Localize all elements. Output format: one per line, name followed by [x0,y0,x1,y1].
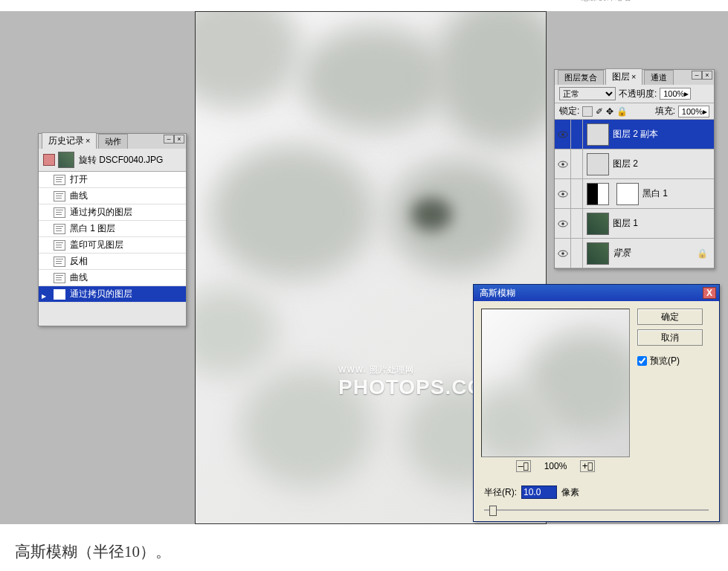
chevron-down-icon[interactable]: ▸ [684,88,689,99]
minimize-icon[interactable]: – [164,135,174,143]
snapshot-icon [43,154,55,166]
svg-point-9 [561,252,564,255]
history-item[interactable]: 盖印可见图层 [39,237,186,254]
visibility-eye-icon[interactable] [555,239,571,268]
layer-name[interactable]: 图层 2 副本 [613,128,658,141]
link-cell[interactable] [571,179,583,209]
tab-channels[interactable]: 通道 [644,70,674,85]
lock-brush-icon[interactable]: ✐ [596,106,603,117]
radius-input[interactable] [521,485,557,499]
fill-input[interactable] [680,107,703,116]
svg-point-1 [561,133,564,136]
history-item[interactable]: 通过拷贝的图层 [39,204,186,221]
visibility-eye-icon[interactable] [555,209,571,239]
svg-point-3 [561,163,564,166]
visibility-eye-icon[interactable] [555,179,571,209]
close-icon[interactable]: × [631,72,636,81]
visibility-eye-icon[interactable] [555,149,571,179]
close-dialog-icon[interactable]: X [703,287,716,299]
layer-row[interactable]: 背景🔒 [555,239,714,268]
ok-button[interactable]: 确定 [637,309,703,325]
zoom-in-button[interactable]: +⃞ [580,460,595,472]
blur-preview[interactable] [481,309,630,457]
history-step-icon [54,257,65,267]
lock-row: 锁定: ✐ ✥ 🔒 填充: ▸ [555,103,714,120]
layer-mask-thumb[interactable] [616,183,639,205]
layer-row[interactable]: 黑白 1 [555,179,714,209]
layer-thumb[interactable] [587,213,609,235]
minimize-icon[interactable]: – [692,71,702,80]
layer-row[interactable]: 图层 1 [555,209,714,239]
link-cell[interactable] [571,149,583,179]
layer-name[interactable]: 图层 1 [613,217,638,230]
history-item[interactable]: 曲线 [39,188,186,204]
snapshot-thumb [58,152,74,168]
history-item-label: 黑白 1 图层 [70,222,115,235]
layer-thumb[interactable] [587,183,609,205]
layer-name[interactable]: 图层 2 [613,158,638,170]
layer-thumb[interactable] [587,242,609,265]
history-item[interactable]: 反相 [39,254,186,270]
history-item[interactable]: 打开 [39,172,186,188]
history-item-label: 打开 [70,173,88,186]
layer-row[interactable]: 图层 2 副本 [555,120,714,149]
layers-tabs: 图层复合 图层× 通道 – × [555,70,714,85]
link-cell[interactable] [571,120,583,149]
snapshot-label: 旋转 DSCF0040.JPG [79,154,163,167]
layer-name[interactable]: 黑白 1 [642,187,668,200]
close-panel-icon[interactable]: × [702,71,712,80]
layer-name[interactable]: 背景 [613,247,631,259]
lock-transparency-icon[interactable] [582,106,593,117]
tab-history[interactable]: 历史记录× [42,132,97,149]
zoom-level: 100% [544,461,567,471]
preview-checkbox-label[interactable]: 预览(P) [637,355,703,367]
history-snapshot[interactable]: 旋转 DSCF0040.JPG [39,149,186,172]
link-cell[interactable] [571,239,583,268]
history-item-label: 曲线 [70,271,88,284]
tab-layer-comps[interactable]: 图层复合 [558,70,604,85]
blend-mode-select[interactable]: 正常 [559,87,616,100]
history-step-icon [54,273,65,283]
history-item-label: 盖印可见图层 [70,239,123,251]
radius-slider[interactable] [484,503,709,517]
cancel-button[interactable]: 取消 [637,329,703,346]
layer-thumb[interactable] [587,123,609,146]
history-item[interactable]: 曲线 [39,270,186,286]
lock-all-icon[interactable]: 🔒 [616,106,628,117]
visibility-eye-icon[interactable] [555,120,571,149]
dialog-title: 高斯模糊 [480,287,515,300]
tab-actions[interactable]: 动作 [98,134,128,149]
history-step-icon [54,224,65,234]
layers-panel: 图层复合 图层× 通道 – × 正常 不透明度: ▸ 锁定: ✐ ✥ 🔒 填充:… [554,69,715,269]
opacity-input[interactable] [662,89,684,98]
close-icon[interactable]: × [86,136,90,145]
close-panel-icon[interactable]: × [174,135,184,143]
gaussian-blur-dialog: 高斯模糊 X –⃞ 100% +⃞ 确定 取消 预览(P) [473,284,720,522]
caption: 高斯模糊（半径10）。 [15,541,171,562]
opacity-label: 不透明度: [619,88,657,100]
svg-point-7 [561,222,564,225]
watermark-top: 思缘设计论坛 WWW.MISSYUAN.COM [582,0,722,3]
history-list: 打开曲线通过拷贝的图层黑白 1 图层盖印可见图层反相曲线▸通过拷贝的图层 [39,172,186,303]
layer-thumb[interactable] [587,153,609,175]
link-cell[interactable] [571,209,583,239]
history-item[interactable]: 黑白 1 图层 [39,221,186,237]
history-step-icon [54,240,65,251]
dialog-titlebar[interactable]: 高斯模糊 X [474,285,719,301]
layer-row[interactable]: 图层 2 [555,149,714,179]
history-item[interactable]: ▸通过拷贝的图层 [39,286,186,303]
history-step-icon [54,289,65,300]
watermark-mid1: WWW. 照片处理网 [338,364,414,375]
layer-list: 图层 2 副本图层 2黑白 1图层 1背景🔒 [555,120,714,268]
zoom-out-button[interactable]: –⃞ [516,460,531,472]
chevron-down-icon[interactable]: ▸ [703,106,707,117]
lock-move-icon[interactable]: ✥ [606,106,613,117]
tab-layers[interactable]: 图层× [605,68,642,85]
slider-thumb-icon[interactable] [489,506,497,516]
history-item-label: 通过拷贝的图层 [70,206,132,219]
history-panel: 历史记录× 动作 – × 旋转 DSCF0040.JPG 打开曲线通过拷贝的图层… [38,133,187,326]
svg-point-5 [561,193,564,196]
layer-options-row: 正常 不透明度: ▸ [555,85,714,103]
preview-checkbox[interactable] [637,356,647,366]
lock-label: 锁定: [559,105,579,117]
